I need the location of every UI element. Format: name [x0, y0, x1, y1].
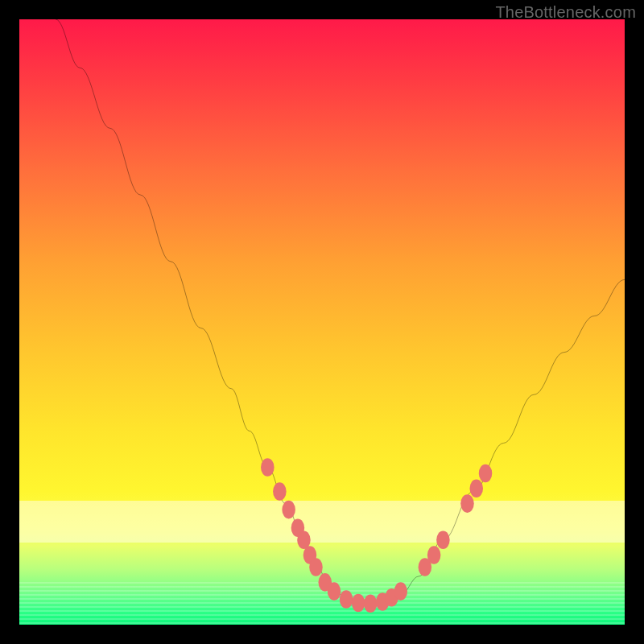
highlighted-points — [261, 458, 492, 613]
chart-svg — [19, 19, 625, 625]
marker-dot — [364, 594, 378, 613]
marker-dot — [460, 494, 474, 513]
marker-dot — [436, 530, 450, 549]
chart-plot-area — [19, 19, 625, 625]
marker-dot — [328, 582, 341, 601]
marker-dot — [394, 582, 407, 601]
marker-dot — [261, 458, 275, 477]
marker-dot — [340, 590, 353, 609]
marker-dot — [273, 482, 287, 501]
marker-dot — [309, 558, 323, 576]
marker-dot — [352, 594, 365, 613]
bottleneck-curve — [56, 19, 625, 604]
marker-dot — [469, 480, 483, 498]
marker-dot — [479, 464, 493, 483]
marker-dot — [427, 546, 441, 564]
marker-dot — [282, 501, 295, 519]
